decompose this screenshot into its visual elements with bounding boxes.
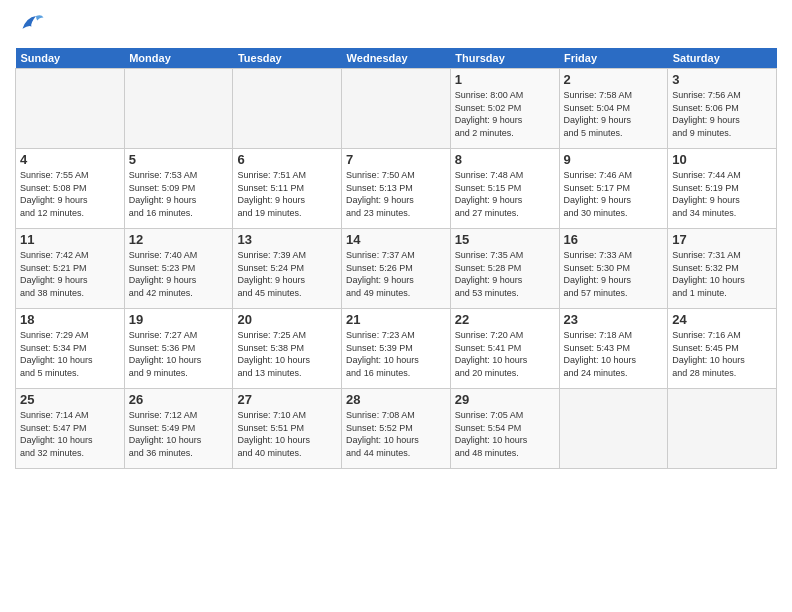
logo-icon bbox=[15, 10, 45, 40]
day-number: 5 bbox=[129, 152, 229, 167]
logo bbox=[15, 10, 49, 40]
day-number: 24 bbox=[672, 312, 772, 327]
calendar-cell: 14Sunrise: 7:37 AM Sunset: 5:26 PM Dayli… bbox=[342, 229, 451, 309]
day-number: 17 bbox=[672, 232, 772, 247]
day-number: 11 bbox=[20, 232, 120, 247]
day-info: Sunrise: 7:10 AM Sunset: 5:51 PM Dayligh… bbox=[237, 409, 337, 459]
calendar-cell: 17Sunrise: 7:31 AM Sunset: 5:32 PM Dayli… bbox=[668, 229, 777, 309]
day-info: Sunrise: 7:08 AM Sunset: 5:52 PM Dayligh… bbox=[346, 409, 446, 459]
day-number: 18 bbox=[20, 312, 120, 327]
calendar-cell: 27Sunrise: 7:10 AM Sunset: 5:51 PM Dayli… bbox=[233, 389, 342, 469]
header-saturday: Saturday bbox=[668, 48, 777, 69]
header bbox=[15, 10, 777, 40]
calendar-cell: 15Sunrise: 7:35 AM Sunset: 5:28 PM Dayli… bbox=[450, 229, 559, 309]
day-info: Sunrise: 7:33 AM Sunset: 5:30 PM Dayligh… bbox=[564, 249, 664, 299]
day-number: 23 bbox=[564, 312, 664, 327]
calendar-week-3: 11Sunrise: 7:42 AM Sunset: 5:21 PM Dayli… bbox=[16, 229, 777, 309]
day-number: 4 bbox=[20, 152, 120, 167]
day-number: 15 bbox=[455, 232, 555, 247]
calendar-cell: 25Sunrise: 7:14 AM Sunset: 5:47 PM Dayli… bbox=[16, 389, 125, 469]
day-info: Sunrise: 7:18 AM Sunset: 5:43 PM Dayligh… bbox=[564, 329, 664, 379]
day-number: 1 bbox=[455, 72, 555, 87]
calendar-cell: 3Sunrise: 7:56 AM Sunset: 5:06 PM Daylig… bbox=[668, 69, 777, 149]
calendar-cell: 9Sunrise: 7:46 AM Sunset: 5:17 PM Daylig… bbox=[559, 149, 668, 229]
calendar-week-1: 1Sunrise: 8:00 AM Sunset: 5:02 PM Daylig… bbox=[16, 69, 777, 149]
day-number: 10 bbox=[672, 152, 772, 167]
day-number: 14 bbox=[346, 232, 446, 247]
day-number: 2 bbox=[564, 72, 664, 87]
day-number: 7 bbox=[346, 152, 446, 167]
calendar-cell bbox=[342, 69, 451, 149]
header-sunday: Sunday bbox=[16, 48, 125, 69]
calendar-cell: 28Sunrise: 7:08 AM Sunset: 5:52 PM Dayli… bbox=[342, 389, 451, 469]
calendar-cell: 26Sunrise: 7:12 AM Sunset: 5:49 PM Dayli… bbox=[124, 389, 233, 469]
day-info: Sunrise: 7:48 AM Sunset: 5:15 PM Dayligh… bbox=[455, 169, 555, 219]
day-number: 22 bbox=[455, 312, 555, 327]
calendar-week-4: 18Sunrise: 7:29 AM Sunset: 5:34 PM Dayli… bbox=[16, 309, 777, 389]
calendar-cell: 13Sunrise: 7:39 AM Sunset: 5:24 PM Dayli… bbox=[233, 229, 342, 309]
calendar-cell: 4Sunrise: 7:55 AM Sunset: 5:08 PM Daylig… bbox=[16, 149, 125, 229]
calendar-cell: 5Sunrise: 7:53 AM Sunset: 5:09 PM Daylig… bbox=[124, 149, 233, 229]
calendar-header: Sunday Monday Tuesday Wednesday Thursday… bbox=[16, 48, 777, 69]
day-number: 19 bbox=[129, 312, 229, 327]
day-info: Sunrise: 7:44 AM Sunset: 5:19 PM Dayligh… bbox=[672, 169, 772, 219]
calendar-cell bbox=[559, 389, 668, 469]
calendar-cell: 12Sunrise: 7:40 AM Sunset: 5:23 PM Dayli… bbox=[124, 229, 233, 309]
header-thursday: Thursday bbox=[450, 48, 559, 69]
calendar-table: Sunday Monday Tuesday Wednesday Thursday… bbox=[15, 48, 777, 469]
day-info: Sunrise: 7:31 AM Sunset: 5:32 PM Dayligh… bbox=[672, 249, 772, 299]
day-info: Sunrise: 7:55 AM Sunset: 5:08 PM Dayligh… bbox=[20, 169, 120, 219]
header-tuesday: Tuesday bbox=[233, 48, 342, 69]
day-info: Sunrise: 7:46 AM Sunset: 5:17 PM Dayligh… bbox=[564, 169, 664, 219]
day-info: Sunrise: 7:35 AM Sunset: 5:28 PM Dayligh… bbox=[455, 249, 555, 299]
day-info: Sunrise: 7:23 AM Sunset: 5:39 PM Dayligh… bbox=[346, 329, 446, 379]
day-number: 9 bbox=[564, 152, 664, 167]
calendar-cell: 20Sunrise: 7:25 AM Sunset: 5:38 PM Dayli… bbox=[233, 309, 342, 389]
calendar-cell: 23Sunrise: 7:18 AM Sunset: 5:43 PM Dayli… bbox=[559, 309, 668, 389]
calendar-cell: 2Sunrise: 7:58 AM Sunset: 5:04 PM Daylig… bbox=[559, 69, 668, 149]
calendar-cell: 7Sunrise: 7:50 AM Sunset: 5:13 PM Daylig… bbox=[342, 149, 451, 229]
header-row: Sunday Monday Tuesday Wednesday Thursday… bbox=[16, 48, 777, 69]
calendar-cell bbox=[16, 69, 125, 149]
day-info: Sunrise: 7:56 AM Sunset: 5:06 PM Dayligh… bbox=[672, 89, 772, 139]
day-number: 27 bbox=[237, 392, 337, 407]
day-number: 29 bbox=[455, 392, 555, 407]
day-number: 6 bbox=[237, 152, 337, 167]
calendar-cell: 16Sunrise: 7:33 AM Sunset: 5:30 PM Dayli… bbox=[559, 229, 668, 309]
day-info: Sunrise: 7:12 AM Sunset: 5:49 PM Dayligh… bbox=[129, 409, 229, 459]
header-friday: Friday bbox=[559, 48, 668, 69]
calendar-cell: 21Sunrise: 7:23 AM Sunset: 5:39 PM Dayli… bbox=[342, 309, 451, 389]
day-info: Sunrise: 7:27 AM Sunset: 5:36 PM Dayligh… bbox=[129, 329, 229, 379]
calendar-body: 1Sunrise: 8:00 AM Sunset: 5:02 PM Daylig… bbox=[16, 69, 777, 469]
day-info: Sunrise: 7:29 AM Sunset: 5:34 PM Dayligh… bbox=[20, 329, 120, 379]
calendar-cell: 11Sunrise: 7:42 AM Sunset: 5:21 PM Dayli… bbox=[16, 229, 125, 309]
day-info: Sunrise: 7:25 AM Sunset: 5:38 PM Dayligh… bbox=[237, 329, 337, 379]
day-number: 26 bbox=[129, 392, 229, 407]
day-number: 16 bbox=[564, 232, 664, 247]
day-info: Sunrise: 7:14 AM Sunset: 5:47 PM Dayligh… bbox=[20, 409, 120, 459]
day-info: Sunrise: 7:42 AM Sunset: 5:21 PM Dayligh… bbox=[20, 249, 120, 299]
calendar-cell: 24Sunrise: 7:16 AM Sunset: 5:45 PM Dayli… bbox=[668, 309, 777, 389]
day-number: 28 bbox=[346, 392, 446, 407]
calendar-cell bbox=[233, 69, 342, 149]
day-number: 20 bbox=[237, 312, 337, 327]
calendar-cell: 18Sunrise: 7:29 AM Sunset: 5:34 PM Dayli… bbox=[16, 309, 125, 389]
calendar-cell bbox=[668, 389, 777, 469]
header-wednesday: Wednesday bbox=[342, 48, 451, 69]
day-info: Sunrise: 7:05 AM Sunset: 5:54 PM Dayligh… bbox=[455, 409, 555, 459]
day-info: Sunrise: 7:53 AM Sunset: 5:09 PM Dayligh… bbox=[129, 169, 229, 219]
day-info: Sunrise: 7:16 AM Sunset: 5:45 PM Dayligh… bbox=[672, 329, 772, 379]
day-info: Sunrise: 7:39 AM Sunset: 5:24 PM Dayligh… bbox=[237, 249, 337, 299]
main-container: Sunday Monday Tuesday Wednesday Thursday… bbox=[0, 0, 792, 474]
day-number: 3 bbox=[672, 72, 772, 87]
calendar-cell: 29Sunrise: 7:05 AM Sunset: 5:54 PM Dayli… bbox=[450, 389, 559, 469]
day-number: 8 bbox=[455, 152, 555, 167]
calendar-cell bbox=[124, 69, 233, 149]
day-info: Sunrise: 7:37 AM Sunset: 5:26 PM Dayligh… bbox=[346, 249, 446, 299]
calendar-cell: 22Sunrise: 7:20 AM Sunset: 5:41 PM Dayli… bbox=[450, 309, 559, 389]
day-number: 25 bbox=[20, 392, 120, 407]
calendar-cell: 10Sunrise: 7:44 AM Sunset: 5:19 PM Dayli… bbox=[668, 149, 777, 229]
day-number: 13 bbox=[237, 232, 337, 247]
day-info: Sunrise: 8:00 AM Sunset: 5:02 PM Dayligh… bbox=[455, 89, 555, 139]
day-info: Sunrise: 7:58 AM Sunset: 5:04 PM Dayligh… bbox=[564, 89, 664, 139]
